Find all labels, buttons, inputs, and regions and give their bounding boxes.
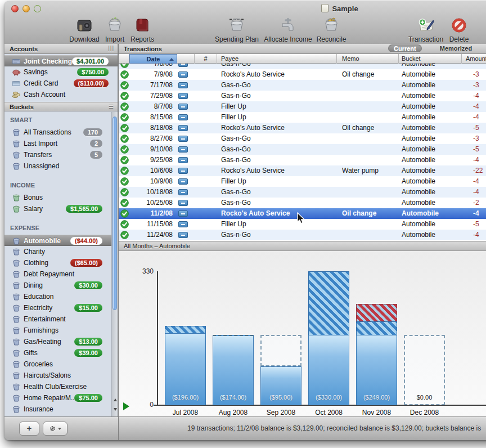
table-row[interactable]: 7/17/08Gas-n-GoAutomobile-3 [119,80,486,91]
sidebar-item-gas-heating[interactable]: Gas/Heating$13.00 [4,336,111,347]
buckets-menu-icon[interactable]: ☰ [109,104,114,110]
sidebar-item-groceries[interactable]: Groceries [4,359,111,370]
table-row[interactable]: 7/8/08Gas-n-GoAutomobile [119,64,486,69]
sidebar-item-transfers[interactable]: Transfers5 [4,149,111,160]
table-row[interactable]: 8/18/08Rocko's Auto ServiceOil changeAut… [119,123,486,133]
flag-icon[interactable] [178,71,188,78]
sidebar-item-insurance[interactable]: Insurance [4,404,111,415]
toolbar-button-label: Delete [428,35,486,43]
sidebar-item-dining[interactable]: Dining$30.00 [4,280,111,291]
sidebar-item-debt-repayment[interactable]: Debt Repayment [4,268,111,280]
cleared-check-icon[interactable] [120,199,129,207]
flag-icon[interactable] [178,189,188,195]
cleared-check-icon[interactable] [120,81,129,89]
cleared-check-icon[interactable] [120,220,129,229]
cleared-check-icon[interactable] [120,156,129,164]
sidebar-item-joint-checking[interactable]: Joint Checking$4,301.00 [4,55,118,66]
sidebar-item-all-transactions[interactable]: All Transactions170 [4,127,111,138]
flag-icon[interactable] [178,136,188,142]
sidebar-item-last-import[interactable]: Last Import2 [4,138,111,149]
column-header-cleared[interactable] [119,54,129,64]
table-row[interactable]: 11/24/08Gas-n-GoAutomobile-4 [119,230,486,240]
sidebar-item-unassigned[interactable]: Unassigned [4,160,111,172]
pane-drag-handle-icon[interactable]: ||| [108,45,114,51]
tab-current[interactable]: Current [388,44,422,52]
cleared-check-icon[interactable] [120,145,129,154]
gear-menu-button[interactable] [43,422,68,436]
cleared-check-icon[interactable] [120,113,129,122]
scroll-down-icon[interactable] [112,405,118,413]
add-button[interactable]: + [19,422,39,436]
flag-icon[interactable] [178,93,188,99]
sidebar-item-bonus[interactable]: Bonus [4,192,111,203]
play-triangle-icon[interactable] [123,402,129,410]
table-row[interactable]: 7/29/08Gas-n-GoAutomobile-4 [119,91,486,101]
cleared-check-icon[interactable] [120,135,129,143]
cleared-check-icon[interactable] [120,70,129,79]
toolbar-button-reports[interactable]: Reports [111,16,173,43]
column-header-date[interactable]: Date [129,54,177,64]
cleared-check-icon[interactable] [120,167,129,175]
sidebar-item-credit-card[interactable]: Credit Card($110.00) [4,78,118,89]
cleared-check-icon[interactable] [120,188,129,196]
sidebar-item-label: Home Repair/M... [24,394,76,402]
column-header-memo[interactable]: Memo [337,54,399,64]
flag-icon[interactable] [178,168,188,174]
sidebar-item-charity[interactable]: Charity [4,246,111,257]
flag-icon[interactable] [178,200,188,206]
sidebar-item-cash-account[interactable]: Cash Account [4,89,118,100]
flag-icon[interactable] [178,104,188,110]
cleared-check-icon[interactable] [120,64,129,68]
flag-icon[interactable] [178,125,188,131]
flag-icon[interactable] [178,82,188,88]
flag-icon[interactable] [178,64,188,67]
flag-icon[interactable] [178,157,188,163]
sidebar-item-clothing[interactable]: Clothing($65.00) [4,257,111,268]
cleared-check-icon[interactable] [120,177,129,186]
sidebar-item-savings[interactable]: Savings$750.00 [4,66,118,78]
cleared-check-icon[interactable] [120,124,129,132]
scroll-up-icon[interactable] [112,396,118,404]
column-header-bucket[interactable]: Bucket [399,54,462,64]
scrollbar-thumb[interactable] [112,117,117,310]
sidebar-item-home-repair-m[interactable]: Home Repair/M...$75.00 [4,392,111,404]
table-row[interactable]: 7/9/08Rocko's Auto ServiceOil changeAuto… [119,69,486,80]
sidebar-item-automobile[interactable]: Automobile($44.00) [4,235,111,246]
table-row[interactable]: 10/18/08Gas-n-GoAutomobile-4 [119,187,486,198]
column-header-amount[interactable]: Amount [462,54,486,64]
table-row[interactable]: 9/10/08Gas-n-GoAutomobile-5 [119,144,486,155]
pane-divider[interactable] [118,44,119,440]
table-row[interactable]: 8/15/08Filler UpAutomobile-4 [119,112,486,123]
sidebar-item-entertainment[interactable]: Entertainment [4,313,111,325]
tab-memorized[interactable]: Memorized [434,44,478,52]
cleared-check-icon[interactable] [120,102,129,111]
column-header-flag[interactable] [177,54,195,64]
sidebar-item-electricity[interactable]: Electricity$15.00 [4,302,111,313]
sidebar-item-health-club-exercise[interactable]: Health Club/Exercise [4,381,111,392]
flag-icon[interactable] [178,146,188,153]
cleared-check-icon[interactable] [120,209,129,218]
sidebar-item-salary[interactable]: Salary$1,565.00 [4,203,111,214]
cleared-check-icon[interactable] [120,92,129,100]
table-row[interactable]: 8/27/08Gas-n-GoAutomobile-3 [119,133,486,144]
column-header-number[interactable]: # [195,54,217,64]
column-header-payee[interactable]: Payee [217,54,337,64]
toolbar-button-delete[interactable]: Delete [428,16,486,43]
table-row[interactable]: 9/25/08Gas-n-GoAutomobile-4 [119,155,486,165]
table-row[interactable]: 10/25/08Gas-n-GoAutomobile-2 [119,198,486,208]
table-row[interactable]: 10/9/08Filler UpAutomobile-4 [119,176,486,187]
flag-icon[interactable] [178,221,188,227]
sidebar-item-gifts[interactable]: Gifts$39.00 [4,347,111,359]
table-row[interactable]: 8/7/08Filler UpAutomobile-4 [119,101,486,112]
cleared-check-icon[interactable] [120,231,129,239]
toolbar-button-reconcile[interactable]: Reconcile [300,16,362,43]
table-row[interactable]: 10/6/08Rocko's Auto ServiceWater pumpAut… [119,165,486,176]
flag-icon[interactable] [178,210,188,217]
flag-icon[interactable] [178,114,188,120]
sidebar-item-haircuts-salons[interactable]: Haircuts/Salons [4,370,111,381]
sidebar-item-education[interactable]: Education [4,291,111,302]
flag-icon[interactable] [178,178,188,185]
sidebar-item-furnishings[interactable]: Furnishings [4,325,111,336]
sidebar-scrollbar[interactable] [111,112,118,416]
flag-icon[interactable] [178,232,188,238]
